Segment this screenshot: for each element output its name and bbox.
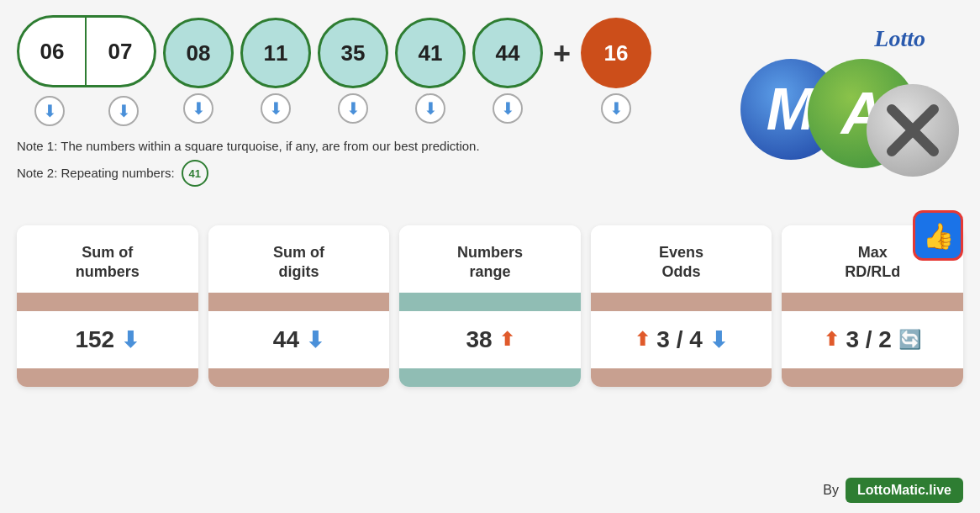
chevron-down-icon: ⬇ [424, 98, 438, 119]
ball-41: 41 [395, 18, 466, 88]
footer: By LottoMatic.live [823, 478, 963, 503]
plus-separator: + [553, 36, 571, 105]
ball-08: 08 [163, 18, 234, 88]
arrow-down-06[interactable]: ⬇ [34, 96, 65, 126]
refresh-icon: 🔄 [898, 329, 921, 351]
trend-up-icon: ⬆ [499, 329, 514, 351]
stat-value-evens-odds: ⬆ 3 / 4 ⬇ [591, 311, 772, 368]
ball-pair-group: 06 07 ⬇ ⬇ [17, 15, 156, 126]
stat-value-max-rd: ⬆ 3 / 2 🔄 [782, 311, 963, 368]
ball-35-group: 35 ⬇ [318, 18, 388, 124]
thumbs-up-icon: 👍 [923, 221, 954, 251]
stat-label-numbers-range: Numbersrange [399, 225, 581, 293]
stat-bar-top-5 [782, 293, 963, 311]
stat-card-sum-numbers: Sum ofnumbers 152 ⬇ [17, 225, 198, 387]
chevron-down-icon: ⬇ [43, 101, 57, 121]
chevron-down-icon: ⬇ [346, 98, 361, 119]
ball-35: 35 [318, 18, 388, 88]
ball-44-group: 44 ⬇ [472, 18, 543, 124]
repeating-badge: 41 [182, 160, 208, 187]
arrow-down-44[interactable]: ⬇ [493, 93, 523, 124]
stat-bar-top-4 [591, 293, 772, 311]
arrow-down-07[interactable]: ⬇ [108, 96, 139, 126]
trend-up-icon: ⬆ [635, 329, 650, 351]
chevron-down-icon: ⬇ [609, 98, 624, 119]
trend-down-icon: ⬇ [709, 327, 728, 353]
arrow-down-bonus[interactable]: ⬇ [601, 93, 631, 124]
trend-down-icon: ⬇ [306, 327, 324, 353]
ball-pair: 06 07 [17, 15, 156, 87]
chevron-down-icon: ⬇ [192, 98, 206, 119]
ball-11: 11 [240, 18, 311, 88]
chevron-down-icon: ⬇ [269, 98, 283, 119]
trend-down-icon: ⬇ [121, 327, 140, 353]
lotto-max-logo: Lotto M A [736, 8, 963, 193]
stat-card-numbers-range: Numbersrange 38 ⬆ [399, 225, 581, 387]
trend-up-icon: ⬆ [824, 329, 839, 351]
stat-label-sum-numbers: Sum ofnumbers [17, 225, 198, 293]
stats-section: Sum ofnumbers 152 ⬇ Sum ofdigits 44 ⬇ Nu… [0, 209, 980, 395]
arrow-down-35[interactable]: ⬇ [338, 93, 368, 124]
stat-bar-bottom-3 [399, 368, 581, 387]
footer-brand-label: LottoMatic.live [846, 478, 963, 503]
stat-label-evens-odds: EvensOdds [591, 225, 772, 293]
ball-11-group: 11 ⬇ [240, 18, 311, 124]
stat-value-numbers-range: 38 ⬆ [399, 311, 581, 368]
stat-bar-top-1 [17, 293, 198, 311]
arrow-down-41[interactable]: ⬇ [415, 93, 445, 124]
ball-07: 07 [87, 18, 154, 85]
stat-bar-bottom-1 [17, 368, 198, 387]
ball-44: 44 [472, 18, 543, 88]
thumbs-up-button[interactable]: 👍 [913, 210, 963, 261]
ball-41-group: 41 ⬇ [395, 18, 466, 124]
stat-value-sum-numbers: 152 ⬇ [17, 311, 198, 368]
footer-by-label: By [823, 483, 839, 498]
chevron-down-icon: ⬇ [117, 101, 131, 121]
stat-bar-bottom-5 [782, 368, 963, 387]
bonus-ball-group: 16 ⬇ [581, 18, 651, 124]
stat-bar-bottom-2 [208, 368, 390, 387]
arrow-down-08[interactable]: ⬇ [183, 93, 213, 124]
stat-bar-bottom-4 [591, 368, 772, 387]
max-x-symbol [883, 101, 942, 160]
lotto-text: Lotto [874, 25, 925, 52]
ball-06: 06 [19, 18, 87, 85]
stat-value-sum-digits: 44 ⬇ [208, 311, 390, 368]
ball-08-group: 08 ⬇ [163, 18, 234, 124]
arrow-down-11[interactable]: ⬇ [261, 93, 291, 124]
chevron-down-icon: ⬇ [501, 98, 515, 119]
stat-card-evens-odds: EvensOdds ⬆ 3 / 4 ⬇ [591, 225, 772, 387]
bonus-ball: 16 [581, 18, 651, 88]
stat-bar-top-2 [208, 293, 390, 311]
stat-card-sum-digits: Sum ofdigits 44 ⬇ [208, 225, 390, 387]
stat-label-sum-digits: Sum ofdigits [208, 225, 390, 293]
stat-bar-top-3 [399, 293, 581, 311]
